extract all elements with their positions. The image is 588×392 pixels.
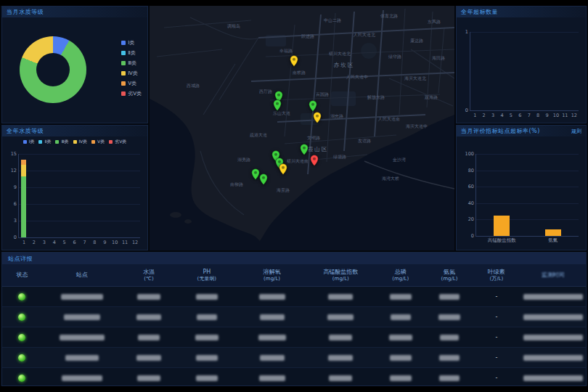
x-axis-tick: 9 <box>545 113 548 118</box>
map-place-label: 调顺岛 <box>227 23 240 30</box>
map-pin-yellow[interactable] <box>290 55 298 67</box>
x-axis-tick: 1 <box>23 240 25 245</box>
legend-swatch <box>121 91 126 96</box>
map-pin-red[interactable] <box>310 155 319 166</box>
column-name: 监测时间 <box>542 271 565 279</box>
x-axis-tick: 10 <box>112 240 118 245</box>
table-cell: - <box>473 375 520 381</box>
redacted-value <box>137 375 160 381</box>
column-name: 氨氮 <box>444 269 455 276</box>
table-cell <box>520 355 586 361</box>
x-axis-tick: 12 <box>132 240 138 245</box>
water-quality-donut-chart[interactable] <box>20 36 86 103</box>
table-row[interactable]: - <box>2 327 586 348</box>
redacted-value <box>390 375 412 381</box>
legend-item[interactable]: Ⅴ类 <box>91 139 105 145</box>
annual-exceedance-chart[interactable]: 01123456789101112 <box>470 32 579 111</box>
redacted-value <box>438 314 460 320</box>
legend-label: Ⅱ类 <box>128 49 135 57</box>
rule-link[interactable]: 规则 <box>571 128 581 135</box>
legend-item[interactable]: Ⅳ类 <box>73 139 88 145</box>
gridline <box>476 219 579 220</box>
column-name: 水温 <box>143 269 155 276</box>
panel-title: 当月评价指标站点超标率(%) <box>461 127 540 135</box>
table-cell <box>375 335 426 340</box>
redacted-value <box>196 294 218 300</box>
bottom-letterbox-bar <box>0 386 588 392</box>
panel-body: Ⅰ类Ⅱ类Ⅲ类Ⅳ类Ⅴ类劣Ⅴ类 <box>2 17 147 123</box>
panel-title: 全年超标数量 <box>461 8 498 16</box>
table-row[interactable]: - <box>2 307 586 327</box>
legend-swatch <box>23 140 27 144</box>
map-pin-yellow[interactable] <box>279 163 287 175</box>
pin-icon <box>300 144 309 155</box>
table-row[interactable]: - <box>2 287 586 307</box>
table-row[interactable]: - <box>2 368 586 386</box>
gridline <box>19 187 140 188</box>
x-axis-tick: 12 <box>571 113 577 118</box>
redacted-value <box>391 314 411 320</box>
legend-item[interactable]: Ⅰ类 <box>121 39 142 46</box>
legend-label: Ⅴ类 <box>128 80 136 87</box>
x-axis-tick: 11 <box>122 240 128 245</box>
redacted-value <box>64 314 100 320</box>
y-axis-tick: 3 <box>4 218 17 224</box>
legend-item[interactable]: Ⅱ类 <box>121 49 142 57</box>
redacted-value <box>260 355 285 361</box>
table-cell <box>426 294 473 300</box>
panel-body: 01123456789101112 <box>457 17 586 123</box>
table-cell <box>306 314 375 320</box>
map-place-label: 友谊路 <box>358 138 371 144</box>
table-cell <box>237 375 306 381</box>
status-cell <box>2 314 42 321</box>
column-header: 叶绿素(万/L) <box>473 269 520 282</box>
table-cell <box>42 314 122 320</box>
redacted-value <box>327 314 354 320</box>
column-unit: (mg/L) <box>332 276 349 282</box>
legend-label: Ⅲ类 <box>128 60 136 67</box>
map-place-label: 海滨大道北 <box>404 75 426 82</box>
legend-swatch <box>121 41 126 45</box>
column-header: 状态 <box>2 271 42 279</box>
map-pin-green[interactable] <box>309 100 317 112</box>
gridline <box>476 154 579 155</box>
legend-item[interactable]: Ⅳ类 <box>121 70 142 77</box>
annual-quality-chart[interactable]: 03691215123456789101112 <box>18 154 140 238</box>
map-pin-yellow[interactable] <box>313 112 322 123</box>
map-pin-green[interactable] <box>300 144 309 155</box>
legend-item[interactable]: Ⅲ类 <box>121 60 142 67</box>
panel-header: 当月水质等级 <box>2 7 147 17</box>
table-cell <box>42 335 122 340</box>
city-map[interactable]: 调顺岛中山二路体育北路东风路跃进路人民大道北康达路幸福路椹川大道北绿华路海田路赤… <box>150 6 454 250</box>
x-axis-tick: 4 <box>500 113 503 118</box>
table-cell <box>426 375 473 381</box>
legend-item[interactable]: Ⅰ类 <box>23 139 35 145</box>
legend-item[interactable]: Ⅲ类 <box>55 139 68 145</box>
table-cell: - <box>473 334 520 340</box>
redacted-value <box>390 355 412 361</box>
redacted-value <box>389 335 412 340</box>
x-axis-tick: 8 <box>536 113 539 118</box>
legend-item[interactable]: Ⅴ类 <box>121 80 142 87</box>
pin-icon <box>309 100 317 112</box>
map-place-label: 湖光路 <box>330 113 343 120</box>
map-pin-green[interactable] <box>273 99 282 111</box>
table-cell <box>122 294 176 300</box>
table-cell <box>42 294 122 300</box>
table-cell <box>176 355 237 361</box>
panel-annual-exceedance: 全年超标数量 01123456789101112 <box>456 6 587 123</box>
legend-item[interactable]: Ⅱ类 <box>38 139 51 145</box>
annual-quality-legend: Ⅰ类Ⅱ类Ⅲ类Ⅳ类Ⅴ类劣Ⅴ类 <box>2 139 147 145</box>
y-axis-tick: 20 <box>462 216 474 222</box>
legend-item[interactable]: 劣Ⅴ类 <box>121 90 142 97</box>
table-row[interactable]: - <box>2 348 586 368</box>
legend-label: Ⅴ类 <box>97 139 105 145</box>
status-cell <box>2 293 42 301</box>
legend-item[interactable]: 劣Ⅴ类 <box>109 139 126 145</box>
map-place-label: 海滨大道中 <box>406 123 428 130</box>
status-cell <box>2 354 42 362</box>
exceed-rate-chart[interactable]: 020406080100高锰酸盐指数氨氮 <box>475 154 579 237</box>
map-pin-green[interactable] <box>259 173 268 185</box>
y-axis-tick: 80 <box>462 168 474 173</box>
table-cell <box>122 335 176 340</box>
